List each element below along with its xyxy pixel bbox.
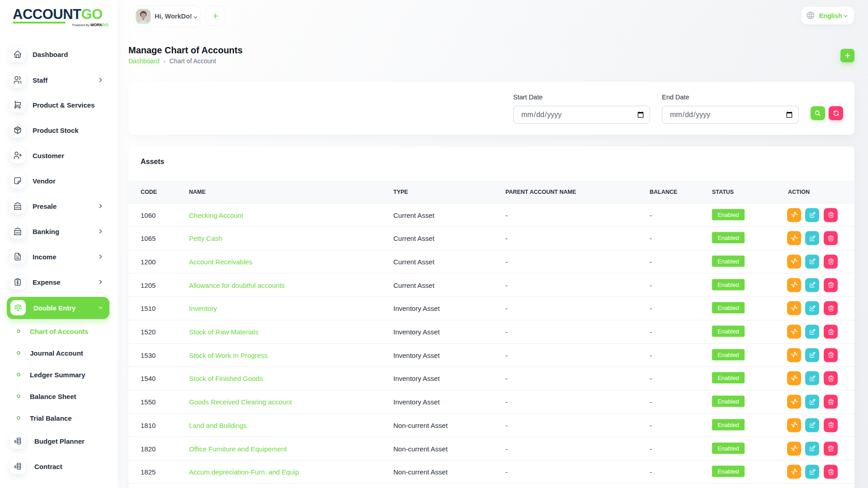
svg-text:$: $ <box>14 439 16 443</box>
svg-text:$: $ <box>14 464 16 469</box>
